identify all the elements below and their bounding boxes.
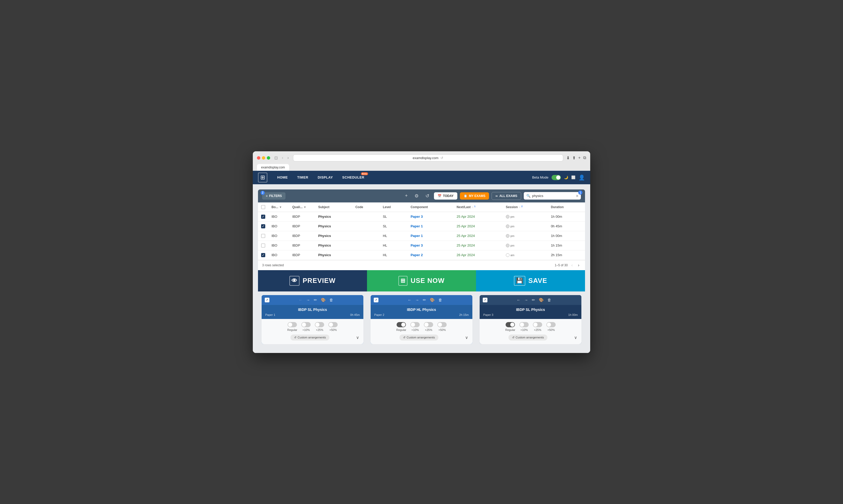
nav-home[interactable]: HOME: [272, 171, 292, 184]
toggle-switch-1-3[interactable]: [437, 322, 447, 327]
forward-icon[interactable]: ›: [286, 155, 290, 161]
card-prev-2[interactable]: ←: [516, 297, 522, 303]
card-prev-1[interactable]: ←: [407, 297, 413, 303]
toggle-switch-0-1[interactable]: [301, 322, 311, 327]
display-icon[interactable]: ⬜: [571, 176, 575, 179]
exams-table: Bo... ▼ Quali... ▼ Subject Code Level Co…: [258, 202, 585, 260]
card-palette-2[interactable]: 🎨: [538, 297, 545, 303]
dark-mode-icon[interactable]: 🌙: [564, 176, 568, 179]
expand-btn-1[interactable]: ∨: [464, 334, 469, 341]
expand-btn-2[interactable]: ∨: [573, 334, 578, 341]
board-filter-icon[interactable]: ▼: [279, 205, 282, 209]
today-button[interactable]: 📅 TODAY: [434, 192, 457, 200]
header-component: Component: [408, 202, 453, 212]
header-session[interactable]: Session ↑ 2: [503, 202, 548, 212]
search-clear-icon[interactable]: ✕: [576, 194, 579, 198]
card-edit-1[interactable]: ✏: [422, 297, 427, 303]
card-delete-2[interactable]: 🗑: [546, 297, 552, 303]
card-delete-0[interactable]: 🗑: [328, 297, 334, 303]
reload-icon[interactable]: ↺: [441, 156, 443, 160]
custom-arrangements-btn-2[interactable]: ↺ Custom arrangements: [508, 335, 548, 341]
use-now-button[interactable]: ⊞ USE NOW: [367, 270, 476, 291]
add-button[interactable]: +: [403, 192, 410, 200]
toggle-switch-2-3[interactable]: [546, 322, 556, 327]
card-checkbox-0[interactable]: ✓: [265, 298, 269, 302]
header-board[interactable]: Bo... ▼: [268, 202, 289, 212]
card-palette-1[interactable]: 🎨: [429, 297, 436, 303]
traffic-lights: [257, 156, 270, 160]
qual-filter-icon[interactable]: ▼: [303, 205, 306, 209]
beta-mode-toggle[interactable]: [552, 175, 561, 180]
cell-session-1: pm: [503, 221, 548, 231]
refresh-button[interactable]: ↺: [423, 192, 431, 200]
header-qual[interactable]: Quali... ▼: [289, 202, 315, 212]
cell-board-4: IBO: [268, 250, 289, 260]
cell-code-3: [352, 240, 380, 250]
row-checkbox-4[interactable]: ✓: [261, 253, 265, 257]
toggle-switch-1-1[interactable]: [410, 322, 420, 327]
card-prev-0[interactable]: ←: [298, 297, 304, 303]
download-icon[interactable]: ⬇: [566, 156, 570, 160]
url-text: examdisplay.com: [413, 156, 438, 160]
all-exams-button[interactable]: ∞ ALL EXAMS: [491, 192, 521, 200]
cell-component-4: Paper 2: [408, 250, 453, 260]
card-delete-1[interactable]: 🗑: [437, 297, 443, 303]
row-checkbox-0[interactable]: ✓: [261, 215, 265, 219]
minimize-button[interactable]: [262, 156, 265, 160]
header-next-last[interactable]: Next/Last ↑ 1: [453, 202, 502, 212]
card-checkbox-2[interactable]: ✓: [483, 298, 487, 302]
my-exams-button[interactable]: 📋 MY EXAMS: [460, 192, 489, 200]
toggle-switch-2-0[interactable]: [506, 322, 515, 327]
card-next-2[interactable]: →: [523, 297, 529, 303]
card-checkbox-1[interactable]: ✓: [374, 298, 378, 302]
prev-page-button[interactable]: ‹: [570, 263, 574, 268]
user-icon[interactable]: 👤: [578, 175, 585, 181]
filters-button[interactable]: 2 ≡ FILTERS: [262, 192, 286, 200]
card-next-1[interactable]: →: [414, 297, 420, 303]
card-footer-row-2: ↺ Custom arrangements ∨: [483, 334, 578, 341]
sidebar-toggle-icon[interactable]: ⊡: [273, 155, 279, 161]
toggle-switch-0-3[interactable]: [328, 322, 338, 327]
card-edit-0[interactable]: ✏: [313, 297, 318, 303]
close-button[interactable]: [257, 156, 260, 160]
custom-arrangements-btn-1[interactable]: ↺ Custom arrangements: [399, 335, 438, 341]
search-input[interactable]: [524, 192, 581, 200]
toggle-switch-2-2[interactable]: [533, 322, 542, 327]
custom-arrangements-btn-0[interactable]: ↺ Custom arrangements: [290, 335, 329, 341]
new-tab-icon[interactable]: +: [578, 156, 580, 160]
nav-scheduler[interactable]: SCHEDULER Beta: [338, 171, 369, 184]
table-row: ✓ IBO IBDP Physics SL Paper 3 25 Apr 202…: [258, 212, 585, 221]
card-palette-0[interactable]: 🎨: [320, 297, 327, 303]
search-count-badge: 1: [578, 191, 582, 195]
toggle-switch-2-1[interactable]: [519, 322, 529, 327]
row-checkbox-3[interactable]: [261, 244, 265, 248]
active-tab[interactable]: examdisplay.com: [257, 164, 289, 171]
save-button[interactable]: 💾 SAVE: [476, 270, 585, 291]
sort-asc-icon: ↑: [472, 206, 473, 209]
card-body-0: Regular +10% +25%: [262, 319, 363, 344]
card-edit-2[interactable]: ✏: [531, 297, 536, 303]
address-bar[interactable]: examdisplay.com ↺: [293, 155, 563, 161]
toggle-switch-0-2[interactable]: [315, 322, 324, 327]
preview-button[interactable]: 👁 PREVIEW: [258, 270, 367, 291]
toggle-switch-0-0[interactable]: [288, 322, 297, 327]
toggle-item-1-0: Regular: [396, 322, 407, 331]
settings-button[interactable]: ⚙: [412, 192, 421, 200]
row-checkbox-1[interactable]: ✓: [261, 224, 265, 228]
share-icon[interactable]: ⬆: [572, 156, 576, 160]
next-page-button[interactable]: ›: [576, 263, 581, 268]
row-checkbox-2[interactable]: [261, 234, 265, 238]
nav-display[interactable]: DISPLAY: [313, 171, 338, 184]
toggle-switch-1-2[interactable]: [424, 322, 433, 327]
nav-timer[interactable]: TIMER: [292, 171, 313, 184]
back-icon[interactable]: ‹: [281, 155, 284, 161]
fullscreen-button[interactable]: [267, 156, 270, 160]
expand-btn-0[interactable]: ∨: [355, 334, 360, 341]
card-body-1: Regular +10% +25%: [371, 319, 472, 344]
select-all-checkbox[interactable]: [261, 205, 265, 209]
tabs-icon[interactable]: ⧉: [583, 156, 586, 160]
cell-qual-2: IBDP: [289, 231, 315, 240]
card-next-0[interactable]: →: [305, 297, 311, 303]
toggle-switch-1-0[interactable]: [397, 322, 406, 327]
use-now-label: USE NOW: [411, 277, 445, 285]
